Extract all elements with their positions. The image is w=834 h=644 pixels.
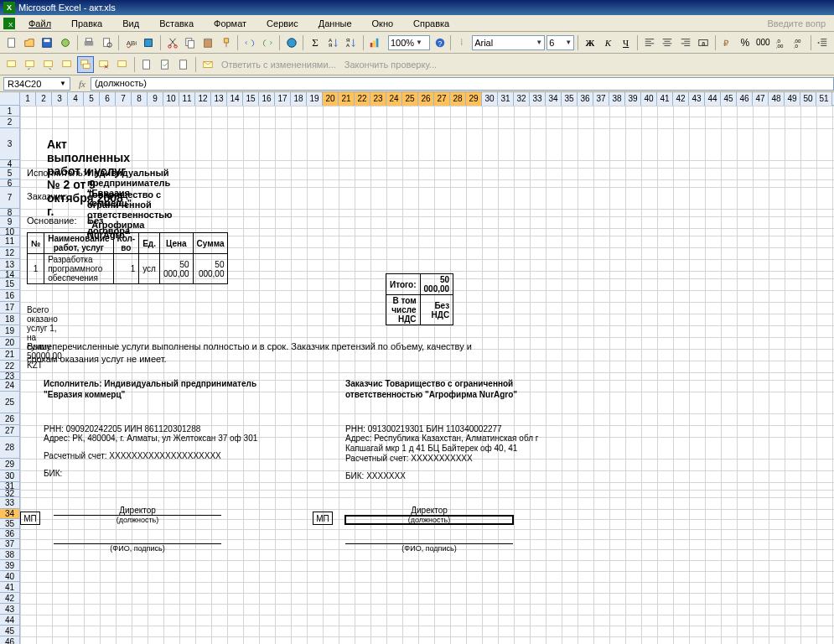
reject-button[interactable] — [175, 56, 192, 73]
col-header[interactable]: 45 — [721, 92, 737, 106]
sort-asc-button[interactable]: АЯ — [325, 34, 341, 51]
row-header[interactable]: 40 — [0, 571, 19, 582]
row-header[interactable]: 27 — [0, 425, 19, 437]
row-header[interactable]: 21 — [0, 349, 19, 361]
track-changes-button[interactable] — [138, 56, 155, 73]
redo-button[interactable] — [260, 34, 276, 51]
row-header[interactable]: 8 — [0, 209, 19, 216]
row-header[interactable]: 34 — [0, 509, 19, 519]
row-header[interactable]: 37 — [0, 539, 19, 549]
row-header[interactable]: 35 — [0, 519, 19, 529]
col-header[interactable]: 30 — [482, 92, 498, 106]
col-header[interactable]: 19 — [307, 92, 323, 106]
col-header[interactable]: 43 — [689, 92, 705, 106]
autosum-button[interactable]: Σ — [307, 34, 323, 51]
paste-button[interactable] — [200, 34, 216, 51]
col-header[interactable]: 6 — [100, 92, 116, 106]
row-header[interactable]: 38 — [0, 549, 19, 560]
zoom-dropdown[interactable]: 100%▼ — [388, 35, 430, 50]
next-comment-button[interactable] — [40, 56, 57, 73]
col-header[interactable]: 29 — [466, 92, 482, 106]
row-header[interactable]: 4 — [0, 160, 19, 168]
col-header[interactable]: 40 — [641, 92, 657, 106]
col-header[interactable]: 51 — [816, 92, 832, 106]
row-header[interactable]: 19 — [0, 325, 19, 337]
col-header[interactable]: 9 — [148, 92, 163, 106]
col-header[interactable]: 37 — [593, 92, 609, 106]
delete-comment-button[interactable] — [96, 56, 112, 73]
font-size-dropdown[interactable]: 6▼ — [547, 35, 574, 50]
font-dropdown[interactable]: Arial▼ — [472, 35, 545, 50]
decrease-decimal-button[interactable]: ,00,0 — [790, 34, 806, 51]
send-mail-button[interactable] — [199, 56, 216, 73]
col-header[interactable]: 27 — [434, 92, 450, 106]
col-header[interactable]: 36 — [578, 92, 593, 106]
align-right-button[interactable] — [677, 34, 693, 51]
col-header[interactable]: 38 — [609, 92, 625, 106]
col-header[interactable]: 31 — [498, 92, 514, 106]
hyperlink-button[interactable] — [283, 34, 299, 51]
menu-tools[interactable]: Сервис — [256, 17, 308, 30]
col-header[interactable]: 2 — [36, 92, 52, 106]
col-header[interactable]: 48 — [769, 92, 785, 106]
col-header[interactable]: 47 — [753, 92, 769, 106]
chart-wizard-button[interactable] — [367, 34, 383, 51]
new-button[interactable] — [3, 34, 19, 51]
menu-format[interactable]: Формат — [204, 17, 256, 30]
menu-edit[interactable]: Правка — [61, 17, 112, 30]
row-header[interactable]: 23 — [0, 372, 19, 380]
col-header[interactable]: 28 — [450, 92, 466, 106]
row-header[interactable]: 42 — [0, 593, 19, 604]
row-header[interactable]: 9 — [0, 216, 19, 228]
italic-button[interactable]: К — [600, 34, 616, 51]
formula-input[interactable]: (должность) — [91, 77, 834, 91]
help-search[interactable]: Введите вопр — [763, 17, 831, 30]
print-button[interactable] — [80, 34, 96, 51]
row-header[interactable]: 29 — [0, 459, 19, 470]
spelling-button[interactable]: ABC — [122, 34, 138, 51]
comma-button[interactable]: 000 — [755, 34, 771, 51]
col-header[interactable]: 23 — [370, 92, 386, 106]
row-header[interactable]: 25 — [0, 392, 19, 413]
merge-button[interactable]: a — [695, 34, 711, 51]
row-header[interactable]: 17 — [0, 302, 19, 314]
row-header[interactable]: 12 — [0, 247, 19, 259]
col-header[interactable]: 50 — [800, 92, 816, 106]
row-header[interactable]: 2 — [0, 117, 19, 128]
row-header[interactable]: 28 — [0, 437, 19, 459]
row-header[interactable]: 16 — [0, 290, 19, 302]
research-button[interactable] — [141, 34, 157, 51]
undo-button[interactable] — [241, 34, 257, 51]
permission-button[interactable] — [57, 34, 73, 51]
col-header[interactable]: 39 — [625, 92, 641, 106]
col-header[interactable]: 41 — [657, 92, 673, 106]
open-button[interactable] — [21, 34, 37, 51]
menu-insert[interactable]: Вставка — [149, 17, 204, 30]
col-header[interactable]: 32 — [514, 92, 530, 106]
row-header[interactable]: 18 — [0, 314, 19, 325]
row-header[interactable]: 10 — [0, 228, 19, 236]
accept-button[interactable] — [157, 56, 174, 73]
col-header[interactable]: 1 — [20, 92, 36, 106]
row-header[interactable]: 41 — [0, 582, 19, 593]
col-header[interactable]: 15 — [243, 92, 259, 106]
row-header[interactable]: 43 — [0, 604, 19, 615]
name-box[interactable]: R34C20▼ — [3, 77, 70, 91]
col-header[interactable]: 20 — [323, 92, 339, 106]
show-comment-button[interactable] — [59, 56, 75, 73]
col-header[interactable]: 44 — [705, 92, 721, 106]
prev-comment-button[interactable] — [22, 56, 39, 73]
fx-button[interactable]: fx — [74, 79, 91, 89]
col-header[interactable]: 10 — [163, 92, 179, 106]
decrease-indent-button[interactable] — [815, 34, 831, 51]
row-header[interactable]: 11 — [0, 236, 19, 247]
ink-button[interactable] — [114, 56, 131, 73]
row-header[interactable]: 26 — [0, 413, 19, 425]
col-header[interactable]: 17 — [275, 92, 291, 106]
row-header[interactable]: 6 — [0, 179, 19, 187]
copy-button[interactable] — [182, 34, 198, 51]
menu-view[interactable]: Вид — [112, 17, 149, 30]
col-header[interactable]: 22 — [355, 92, 370, 106]
row-header[interactable]: 5 — [0, 168, 19, 179]
show-all-comments-button[interactable] — [77, 56, 94, 73]
